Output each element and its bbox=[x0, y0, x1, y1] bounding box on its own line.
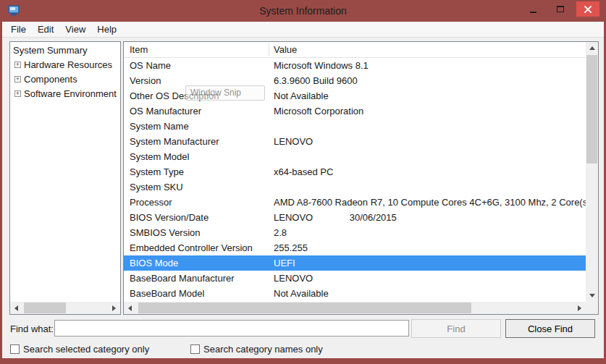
table-row[interactable]: Embedded Controller Version255.255 bbox=[124, 240, 586, 255]
checkbox-label[interactable]: Search selected category only bbox=[23, 344, 149, 355]
menu-view[interactable]: View bbox=[59, 22, 91, 37]
minimize-button[interactable] bbox=[523, 1, 544, 17]
find-what-label: Find what: bbox=[10, 321, 54, 337]
summary-list: Item Value OS NameMicrosoft Windows 8.1 … bbox=[123, 41, 599, 315]
table-row[interactable]: OS NameMicrosoft Windows 8.1 bbox=[124, 58, 586, 73]
close-button[interactable] bbox=[576, 1, 599, 17]
column-separator[interactable] bbox=[269, 43, 269, 56]
scroll-right-button[interactable] bbox=[108, 302, 120, 314]
up-arrow-icon bbox=[589, 46, 595, 50]
find-input[interactable] bbox=[54, 320, 409, 337]
window-title: System Information bbox=[0, 0, 606, 22]
table-row[interactable]: BaseBoard ModelNot Available bbox=[124, 286, 586, 301]
table-row[interactable]: BaseBoard ManufacturerLENOVO bbox=[124, 271, 586, 286]
expand-icon[interactable]: + bbox=[14, 90, 21, 97]
table-row[interactable]: BIOS Version/DateLENOVO 30/06/2015 bbox=[124, 210, 586, 225]
table-row[interactable]: SMBIOS Version2.8 bbox=[124, 225, 586, 240]
scroll-up-button[interactable] bbox=[586, 42, 598, 54]
search-selected-category-checkbox[interactable] bbox=[10, 344, 20, 354]
find-button[interactable]: Find bbox=[411, 319, 501, 338]
snip-tooltip-ghost: Window Snip bbox=[185, 85, 265, 101]
scroll-right-button[interactable] bbox=[573, 302, 586, 314]
system-information-window: System Information File Edit View Help bbox=[0, 0, 606, 364]
table-row[interactable]: OS ManufacturerMicrosoft Corporation bbox=[124, 103, 586, 119]
maximize-icon bbox=[557, 6, 564, 12]
client-area: File Edit View Help System Summary + Har… bbox=[2, 22, 604, 358]
tree-horizontal-scrollbar[interactable] bbox=[10, 302, 120, 314]
table-row[interactable]: System Model bbox=[124, 149, 586, 164]
scroll-left-button[interactable] bbox=[10, 302, 22, 314]
scrollbar-corner bbox=[586, 302, 598, 314]
search-selected-category-option[interactable]: Search selected category only bbox=[10, 342, 149, 355]
scrollbar-thumb[interactable] bbox=[24, 302, 66, 313]
maximize-button[interactable] bbox=[550, 1, 571, 17]
right-arrow-icon bbox=[112, 305, 116, 311]
table-row[interactable]: System ManufacturerLENOVO bbox=[124, 134, 586, 149]
scroll-left-button[interactable] bbox=[124, 302, 136, 314]
table-row[interactable]: System Name bbox=[124, 119, 586, 134]
menu-edit[interactable]: Edit bbox=[32, 22, 59, 37]
table-row-selected[interactable]: BIOS ModeUEFI bbox=[124, 255, 586, 271]
left-arrow-icon bbox=[128, 305, 132, 311]
left-arrow-icon bbox=[14, 305, 18, 311]
scroll-down-button[interactable] bbox=[586, 289, 598, 302]
menu-bar: File Edit View Help bbox=[2, 22, 604, 38]
table-row[interactable]: System SKU bbox=[124, 179, 586, 195]
search-category-names-option[interactable]: Search category names only bbox=[190, 342, 323, 355]
tree-item-components[interactable]: + Components bbox=[10, 73, 120, 86]
close-find-button[interactable]: Close Find bbox=[505, 319, 595, 338]
tree-item-software-environment[interactable]: + Software Environment bbox=[10, 88, 120, 101]
search-category-names-checkbox[interactable] bbox=[190, 344, 200, 354]
list-horizontal-scrollbar[interactable] bbox=[124, 302, 586, 314]
tree-item-system-summary[interactable]: System Summary bbox=[10, 44, 120, 57]
expand-icon[interactable]: + bbox=[14, 62, 21, 68]
table-row[interactable]: ProcessorAMD A8-7600 Radeon R7, 10 Compu… bbox=[124, 195, 586, 210]
menu-help[interactable]: Help bbox=[91, 22, 122, 37]
title-bar[interactable]: System Information bbox=[0, 0, 606, 22]
list-header: Item Value bbox=[124, 42, 586, 58]
vertical-scrollbar[interactable] bbox=[586, 42, 598, 302]
column-header-value[interactable]: Value bbox=[274, 42, 297, 57]
menu-file[interactable]: File bbox=[5, 22, 32, 37]
scrollbar-thumb[interactable] bbox=[586, 55, 597, 164]
minimize-icon bbox=[530, 12, 536, 13]
expand-icon[interactable]: + bbox=[14, 76, 21, 82]
tree-item-hardware-resources[interactable]: + Hardware Resources bbox=[10, 59, 120, 72]
checkbox-label[interactable]: Search category names only bbox=[203, 344, 323, 355]
scrollbar-thumb[interactable] bbox=[138, 302, 471, 313]
right-arrow-icon bbox=[578, 305, 581, 311]
column-header-item[interactable]: Item bbox=[130, 42, 148, 57]
table-row[interactable]: System Typex64-based PC bbox=[124, 164, 586, 179]
down-arrow-icon bbox=[589, 294, 595, 297]
category-tree: System Summary + Hardware Resources + Co… bbox=[9, 41, 121, 315]
